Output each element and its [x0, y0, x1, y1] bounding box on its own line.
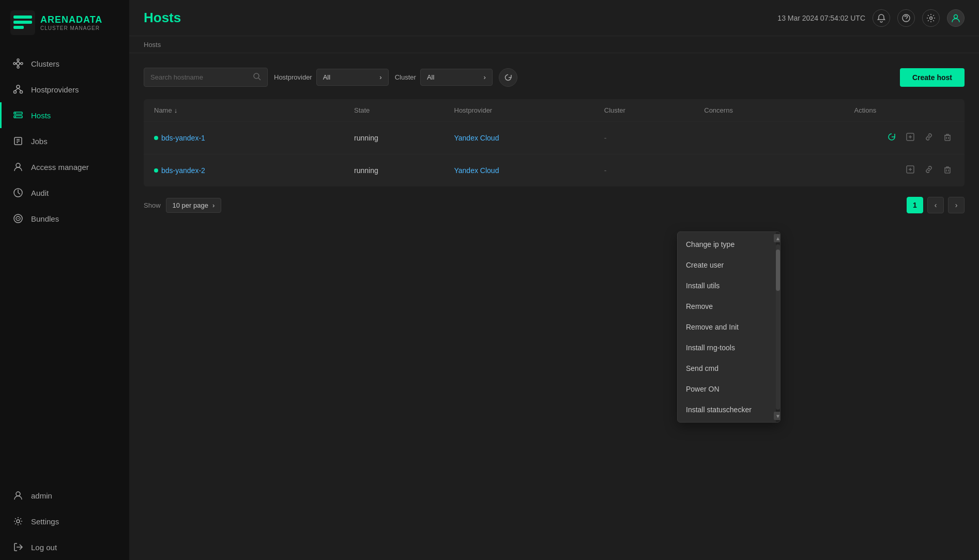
- svg-point-36: [930, 17, 932, 19]
- svg-rect-3: [13, 26, 24, 29]
- help-button[interactable]: [897, 9, 915, 27]
- dropdown-item-remove[interactable]: Remove: [678, 296, 776, 317]
- host-name-link-2[interactable]: bds-yandex-2: [154, 166, 354, 175]
- host-name-link-1[interactable]: bds-yandex-1: [154, 134, 354, 142]
- sidebar-item-hosts[interactable]: Hosts: [0, 102, 129, 128]
- logo-main-text: ARENADATA: [40, 14, 102, 25]
- sidebar-item-hosts-label: Hosts: [31, 111, 51, 120]
- sidebar-item-jobs[interactable]: Jobs: [0, 128, 129, 154]
- search-box[interactable]: [144, 68, 268, 87]
- user-avatar-button[interactable]: [947, 9, 965, 27]
- row-action-refresh-1[interactable]: [885, 130, 898, 146]
- table-row: bds-yandex-1 running Yandex Cloud -: [144, 122, 965, 154]
- hostprovider-value: All: [323, 73, 330, 81]
- scrollbar-track: [776, 244, 780, 410]
- pagination: Show 10 per page › 1 ‹ ›: [144, 186, 965, 224]
- search-input[interactable]: [150, 73, 249, 81]
- page-controls: 1 ‹ ›: [907, 197, 965, 213]
- logo: ARENADATA CLUSTER MANAGER: [0, 0, 129, 51]
- show-label: Show: [144, 201, 161, 209]
- sidebar-item-clusters[interactable]: Clusters: [0, 51, 129, 76]
- row-action-delete-2[interactable]: [941, 163, 954, 178]
- sidebar-item-bundles[interactable]: Bundles: [0, 206, 129, 231]
- svg-rect-2: [13, 21, 32, 24]
- host-hostprovider-1[interactable]: Yandex Cloud: [454, 134, 604, 142]
- dropdown-item-create-user[interactable]: Create user: [678, 255, 776, 275]
- dropdown-item-install-utils[interactable]: Install utils: [678, 275, 776, 296]
- svg-point-30: [18, 218, 19, 219]
- per-page-select[interactable]: 10 per page ›: [166, 198, 222, 213]
- bundles-icon: [12, 213, 24, 224]
- breadcrumb-bar: Hosts: [129, 36, 979, 53]
- host-hostprovider-2[interactable]: Yandex Cloud: [454, 166, 604, 175]
- sidebar-item-access-manager[interactable]: Access manager: [0, 154, 129, 180]
- status-dot-2: [154, 168, 158, 173]
- create-host-button[interactable]: Create host: [900, 68, 965, 87]
- table-row: bds-yandex-2 running Yandex Cloud -: [144, 154, 965, 186]
- logout-icon: [12, 541, 24, 553]
- row-action-link-1[interactable]: [922, 130, 936, 146]
- row-action-delete-1[interactable]: [941, 130, 954, 146]
- logo-sub-text: CLUSTER MANAGER: [40, 25, 102, 31]
- scrollbar-thumb[interactable]: [776, 250, 780, 291]
- page-1-button[interactable]: 1: [907, 197, 923, 213]
- sort-icon[interactable]: ↓: [174, 106, 178, 114]
- row-action-add-2[interactable]: [904, 163, 917, 178]
- svg-line-17: [18, 88, 21, 91]
- main-content: Hosts 13 Mar 2024 07:54:02 UTC: [129, 0, 979, 560]
- row-action-link-2[interactable]: [922, 163, 936, 178]
- sidebar-item-hostproviders-label: Hostproviders: [31, 85, 79, 94]
- table-header: Name ↓ State Hostprovider Cluster Concer…: [144, 99, 965, 122]
- svg-point-13: [17, 85, 20, 88]
- host-cluster-1: -: [604, 134, 705, 142]
- scrollbar-up-button[interactable]: ▲: [774, 234, 781, 242]
- row-action-add-1[interactable]: [904, 130, 917, 146]
- notifications-button[interactable]: [873, 9, 890, 27]
- scrollbar-down-button[interactable]: ▼: [774, 412, 781, 420]
- dropdown-item-power-on[interactable]: Power ON: [678, 379, 776, 399]
- hostprovider-label: Hostprovider: [274, 73, 312, 81]
- sidebar-item-audit[interactable]: Audit: [0, 180, 129, 206]
- context-menu: Change ip type Create user Install utils…: [677, 231, 781, 423]
- svg-point-8: [21, 63, 23, 65]
- sidebar-item-settings[interactable]: Settings: [0, 508, 129, 534]
- dropdown-item-change-ip-type[interactable]: Change ip type: [678, 234, 776, 255]
- column-header-hostprovider: Hostprovider: [454, 106, 604, 114]
- svg-line-39: [258, 78, 261, 80]
- sidebar-item-logout[interactable]: Log out: [0, 534, 129, 560]
- dropdown-item-install-statuschecker[interactable]: Install statuschecker: [678, 399, 776, 420]
- row-actions-1: [854, 130, 955, 146]
- per-page-chevron-icon: ›: [212, 201, 215, 209]
- hosts-table: Name ↓ State Hostprovider Cluster Concer…: [144, 99, 965, 186]
- svg-rect-1: [13, 15, 32, 19]
- sidebar-item-admin[interactable]: admin: [0, 483, 129, 508]
- prev-page-button[interactable]: ‹: [927, 197, 944, 213]
- svg-point-4: [17, 62, 20, 65]
- hostprovider-select[interactable]: All ›: [316, 69, 389, 86]
- svg-rect-49: [945, 168, 950, 173]
- dropdown-item-remove-and-init[interactable]: Remove and Init: [678, 317, 776, 337]
- svg-line-16: [15, 88, 18, 91]
- dropdown-scrollbar[interactable]: ▲ ▼: [776, 232, 780, 422]
- column-header-concerns: Concerns: [704, 106, 854, 114]
- sidebar-item-bundles-label: Bundles: [31, 214, 59, 223]
- svg-point-5: [17, 59, 19, 61]
- sidebar-item-hostproviders[interactable]: Hostproviders: [0, 76, 129, 102]
- sidebar-item-logout-label: Log out: [31, 543, 57, 552]
- settings-icon: [12, 516, 24, 527]
- cluster-select[interactable]: All ›: [420, 69, 493, 86]
- host-state-2: running: [354, 166, 454, 175]
- logo-icon: [10, 10, 35, 35]
- svg-point-21: [15, 116, 16, 117]
- status-dot-1: [154, 136, 158, 140]
- svg-rect-43: [945, 135, 950, 141]
- refresh-button[interactable]: [499, 68, 517, 87]
- next-page-button[interactable]: ›: [948, 197, 965, 213]
- audit-icon: [12, 187, 24, 198]
- svg-point-7: [13, 63, 16, 65]
- dropdown-item-send-cmd[interactable]: Send cmd: [678, 358, 776, 379]
- search-icon: [253, 72, 261, 82]
- dropdown-item-install-rng-tools[interactable]: Install rng-tools: [678, 337, 776, 358]
- settings-header-button[interactable]: [922, 9, 940, 27]
- svg-point-32: [17, 520, 20, 523]
